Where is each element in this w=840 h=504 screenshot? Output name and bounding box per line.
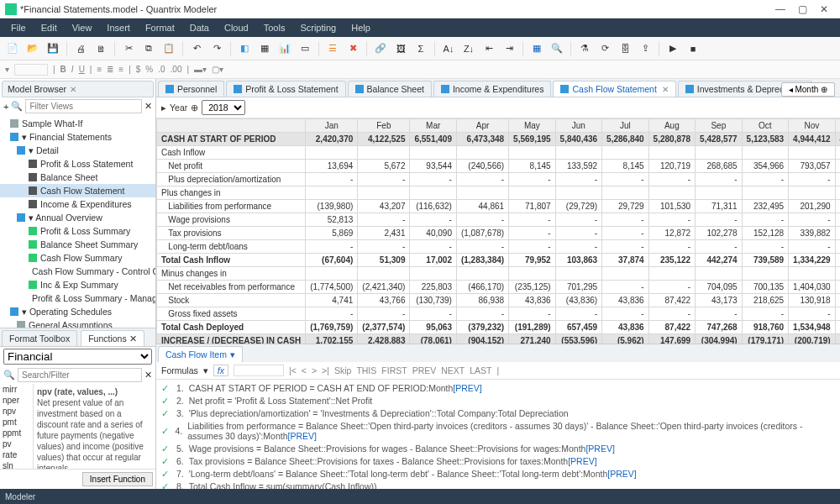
formula-row[interactable]: ✓3.'Plus depreciation/amortization' = 'I… xyxy=(160,407,837,419)
formula-row[interactable]: ✓1.CASH AT START OF PERIOD = CASH AT END… xyxy=(160,381,837,394)
row-label[interactable]: Plus depreciation/amortization xyxy=(157,173,306,186)
delete-icon[interactable]: ✖ xyxy=(344,39,362,58)
nav-Skip[interactable]: Skip xyxy=(334,365,351,375)
tab-profit-loss-statement[interactable]: Profit & Loss Statement xyxy=(226,81,345,97)
col-Jun[interactable]: Jun xyxy=(555,119,602,133)
row-label[interactable]: Wage provisions xyxy=(157,213,306,227)
tree--annual-overview[interactable]: ▾ Annual Overview xyxy=(0,211,155,224)
cell[interactable]: 4,944,412 xyxy=(789,133,836,146)
row-label[interactable]: Gross fixed assets xyxy=(157,307,306,321)
cell[interactable]: (78,061) xyxy=(410,334,457,344)
cell[interactable]: (2,377,574) xyxy=(358,321,410,334)
cell[interactable]: 43,836 xyxy=(509,294,556,307)
cube-icon[interactable]: ◧ xyxy=(235,39,254,58)
row-label[interactable]: Net profit xyxy=(157,160,306,173)
align-center-icon[interactable]: ≣ xyxy=(107,65,113,74)
tree-balance-sheet[interactable]: Balance Sheet xyxy=(0,171,155,184)
col-Apr[interactable]: Apr xyxy=(456,119,508,133)
cell[interactable]: - xyxy=(555,227,602,240)
row-label[interactable]: Long-term debt/loans xyxy=(157,240,306,254)
fn-npv[interactable]: npv xyxy=(0,406,33,417)
grid-icon[interactable]: ▦ xyxy=(528,39,546,58)
cell[interactable]: - xyxy=(456,173,508,186)
cell[interactable]: 101,530 xyxy=(648,200,696,213)
cell[interactable]: 40,090 xyxy=(410,227,457,240)
cell[interactable]: 120,719 xyxy=(648,160,696,173)
tree-balance-sheet-summary[interactable]: Balance Sheet Summary xyxy=(0,238,155,251)
nav->[interactable]: > xyxy=(312,365,317,375)
cell[interactable]: - xyxy=(742,240,789,254)
row-label[interactable]: Plus changes in xyxy=(157,186,306,200)
menu-help[interactable]: Help xyxy=(344,23,378,33)
cell[interactable]: - xyxy=(509,227,556,240)
cell[interactable]: 657,459 xyxy=(555,321,602,334)
cell[interactable]: 452,214 xyxy=(835,227,840,240)
clear-icon[interactable]: ✕ xyxy=(144,101,152,112)
cell[interactable]: 12,872 xyxy=(648,227,696,240)
bold-icon[interactable]: B xyxy=(60,65,66,74)
menu-insert[interactable]: Insert xyxy=(99,23,138,33)
fn-pmt[interactable]: pmt xyxy=(0,417,33,428)
currency-icon[interactable]: $ xyxy=(136,65,141,74)
cell[interactable]: - xyxy=(602,281,649,294)
fn-category[interactable]: Financial xyxy=(3,349,152,365)
cell[interactable]: 5,672 xyxy=(358,160,410,173)
row-label[interactable]: Total Cash Inflow xyxy=(157,254,306,267)
formula-row[interactable]: ✓2.Net profit = 'Profit & Loss Statement… xyxy=(160,394,837,407)
col-Dec[interactable]: Dec xyxy=(835,119,840,133)
cell[interactable]: - xyxy=(410,307,457,321)
new-icon[interactable]: 📄 xyxy=(3,39,22,58)
month-button[interactable]: ◂ Month ⊕ xyxy=(781,82,835,97)
cell[interactable]: 52,813 xyxy=(306,213,358,227)
cell[interactable]: - xyxy=(742,173,789,186)
maximize-button[interactable]: ▢ xyxy=(791,3,813,15)
tree-cash-flow-statement[interactable]: Cash Flow Statement xyxy=(0,184,155,197)
cell[interactable]: 271,240 xyxy=(509,334,556,344)
cell[interactable]: (235,125) xyxy=(509,281,556,294)
cell[interactable]: - xyxy=(358,213,410,227)
print-icon[interactable]: 🖨 xyxy=(71,39,90,58)
nav-LAST[interactable]: LAST xyxy=(470,365,491,375)
cell[interactable]: 2,431 xyxy=(358,227,410,240)
cell[interactable]: (501,950) xyxy=(835,294,840,307)
tab-functions[interactable]: Functions ✕ xyxy=(81,330,144,346)
align-right-icon[interactable]: ≡ xyxy=(118,65,123,74)
cell[interactable]: (1,774,500) xyxy=(306,281,358,294)
cell[interactable]: (304,994) xyxy=(696,334,743,344)
cell[interactable]: 17,002 xyxy=(410,254,457,267)
tree--operating-schedules[interactable]: ▾ Operating Schedules xyxy=(0,305,155,318)
cell[interactable]: 8,145 xyxy=(509,160,556,173)
expand-icon[interactable]: ⇥ xyxy=(500,39,518,58)
cell[interactable]: 1,372,810 xyxy=(835,321,840,334)
fn-search[interactable] xyxy=(18,368,142,382)
col-May[interactable]: May xyxy=(509,119,556,133)
row-label[interactable]: Net receivables from performance xyxy=(157,281,306,294)
cell[interactable]: - xyxy=(648,240,696,254)
cell[interactable]: - xyxy=(555,240,602,254)
cell[interactable]: 43,836 xyxy=(602,321,649,334)
nav-|[interactable]: | xyxy=(497,365,500,375)
cell[interactable]: 5,869 xyxy=(306,227,358,240)
menu-cloud[interactable]: Cloud xyxy=(217,23,256,33)
nav-<[interactable]: < xyxy=(302,365,307,375)
cell[interactable]: 43,173 xyxy=(696,294,743,307)
cell[interactable]: (459,837) xyxy=(835,200,840,213)
cell[interactable]: (139,980) xyxy=(306,200,358,213)
cell[interactable]: 8,145 xyxy=(602,160,649,173)
cell[interactable]: 5,840,436 xyxy=(555,133,602,146)
tree--detail[interactable]: ▾ Detail xyxy=(0,144,155,157)
zoom-icon[interactable]: 🔍 xyxy=(548,39,566,58)
cell[interactable]: 700,135 xyxy=(742,281,789,294)
canvas-icon[interactable]: ▭ xyxy=(296,39,314,58)
nav-NEXT[interactable]: NEXT xyxy=(441,365,465,375)
fn-pv[interactable]: pv xyxy=(0,438,33,449)
cell[interactable]: - xyxy=(835,307,840,321)
save-icon[interactable]: 💾 xyxy=(44,39,62,58)
cell[interactable]: 43,836 xyxy=(602,294,649,307)
cell[interactable]: 739,589 xyxy=(742,254,789,267)
cell[interactable]: 5,280,878 xyxy=(648,133,696,146)
cell[interactable]: - xyxy=(696,240,743,254)
fn-mirr[interactable]: mirr xyxy=(0,384,33,395)
tab-personnel[interactable]: Personnel xyxy=(158,81,224,97)
cell[interactable]: - xyxy=(602,227,649,240)
